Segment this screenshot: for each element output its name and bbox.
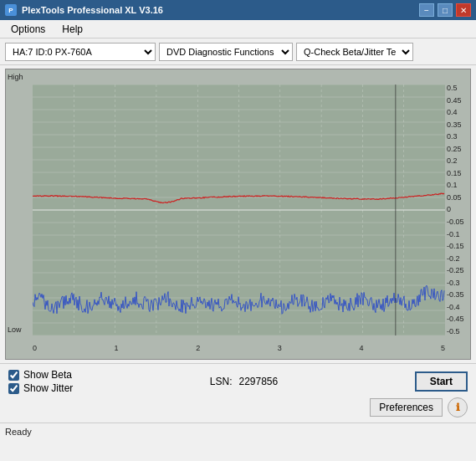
checkboxes: Show Beta Show Jitter xyxy=(8,369,73,394)
chart-canvas xyxy=(33,85,445,336)
chart-area xyxy=(33,85,445,336)
minimize-button[interactable]: − xyxy=(419,3,434,17)
preferences-button[interactable]: Preferences xyxy=(370,398,443,417)
menu-options[interactable]: Options xyxy=(3,21,53,38)
y-label-low: Low xyxy=(8,325,22,334)
show-jitter-label[interactable]: Show Jitter xyxy=(23,382,73,394)
status-bar: Ready xyxy=(0,423,476,439)
y-axis-right: 0.5 0.45 0.4 0.35 0.3 0.25 0.2 0.15 0.1 … xyxy=(445,85,470,336)
chart-container: High Low 0.5 0.45 0.4 0.35 0.3 0.25 0.2 … xyxy=(5,69,471,360)
title-bar-left: P PlexTools Professional XL V3.16 xyxy=(5,4,163,16)
show-jitter-checkbox[interactable] xyxy=(8,383,19,394)
lsn-area: LSN: 2297856 xyxy=(210,376,278,387)
lsn-value: 2297856 xyxy=(238,376,278,387)
show-beta-row: Show Beta xyxy=(8,369,73,381)
start-area: Start xyxy=(415,371,468,392)
y-label-high: High xyxy=(8,73,23,81)
lsn-label: LSN: xyxy=(210,376,233,387)
start-button[interactable]: Start xyxy=(415,371,468,392)
title-bar-controls: − □ ✕ xyxy=(419,3,471,17)
drive-select[interactable]: HA:7 ID:0 PX-760A xyxy=(5,43,156,61)
second-row: Preferences ℹ xyxy=(8,397,468,417)
show-beta-label[interactable]: Show Beta xyxy=(23,369,72,381)
title-bar: P PlexTools Professional XL V3.16 − □ ✕ xyxy=(0,0,476,20)
function-select[interactable]: DVD Diagnostic Functions xyxy=(159,43,293,61)
app-icon: P xyxy=(5,4,17,16)
x-axis: 0 1 2 3 4 5 xyxy=(33,344,445,352)
show-beta-checkbox[interactable] xyxy=(8,370,19,381)
menu-bar: Options Help xyxy=(0,20,476,38)
menu-help[interactable]: Help xyxy=(54,21,90,38)
info-button[interactable]: ℹ xyxy=(448,397,468,417)
window-title: PlexTools Professional XL V3.16 xyxy=(22,5,163,15)
toolbar: HA:7 ID:0 PX-760A DVD Diagnostic Functio… xyxy=(0,38,476,65)
status-text: Ready xyxy=(5,427,32,437)
show-jitter-row: Show Jitter xyxy=(8,382,73,394)
bottom-row: Show Beta Show Jitter LSN: 2297856 Start xyxy=(8,369,468,394)
close-button[interactable]: ✕ xyxy=(456,3,471,17)
bottom-panel: Show Beta Show Jitter LSN: 2297856 Start… xyxy=(0,363,476,423)
test-select[interactable]: Q-Check Beta/Jitter Test xyxy=(296,43,413,61)
maximize-button[interactable]: □ xyxy=(438,3,453,17)
